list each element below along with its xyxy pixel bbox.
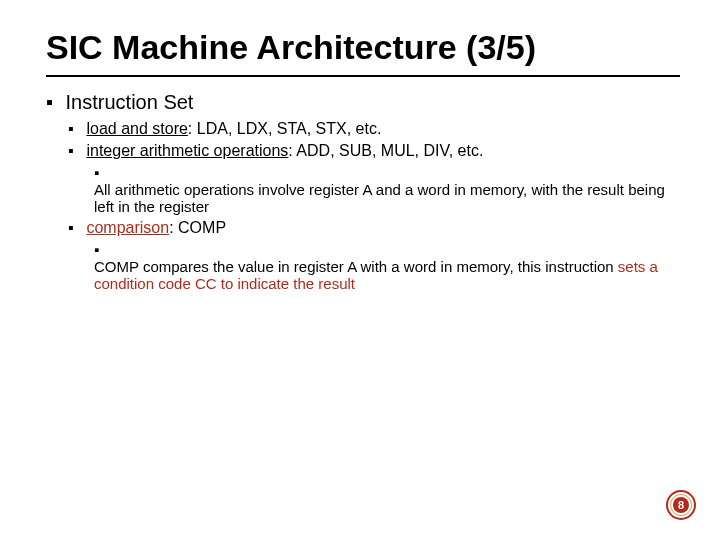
bullet-icon: ▪ [68,219,82,237]
item-rest: : COMP [169,219,226,236]
page-number: 8 [673,497,689,513]
bullet-icon: ▪ [68,120,82,138]
bullet-icon: ▪ [68,142,82,160]
note-text: All arithmetic operations involve regist… [94,181,666,215]
bullet-icon: ▪ [94,164,108,181]
note-prefix: COMP compares the value in register A wi… [94,258,618,275]
item-load-store: ▪ load and store: LDA, LDX, STA, STX, et… [68,120,680,138]
page-number-badge: 8 [666,490,696,520]
item-comparison: ▪ comparison: COMP [68,219,680,237]
slide-title: SIC Machine Architecture (3/5) [46,28,680,67]
item-rest: : LDA, LDX, STA, STX, etc. [188,120,382,137]
title-rule [46,75,680,77]
note-int-arith: ▪ All arithmetic operations involve regi… [94,164,680,215]
section-heading: ▪ Instruction Set [46,91,680,114]
item-rest: : ADD, SUB, MUL, DIV, etc. [288,142,483,159]
item-label: load and store [86,120,187,137]
note-comparison: ▪ COMP compares the value in register A … [94,241,680,292]
item-text: integer arithmetic operations: ADD, SUB,… [86,142,483,160]
item-int-arith: ▪ integer arithmetic operations: ADD, SU… [68,142,680,160]
bullet-icon: ▪ [46,91,60,114]
item-label: comparison [86,219,169,236]
section-heading-text: Instruction Set [66,91,194,114]
note-text: COMP compares the value in register A wi… [94,258,666,292]
item-text: load and store: LDA, LDX, STA, STX, etc. [86,120,381,138]
slide: SIC Machine Architecture (3/5) ▪ Instruc… [0,0,720,540]
item-text: comparison: COMP [86,219,226,237]
bullet-icon: ▪ [94,241,108,258]
item-label: integer arithmetic operations [86,142,288,159]
